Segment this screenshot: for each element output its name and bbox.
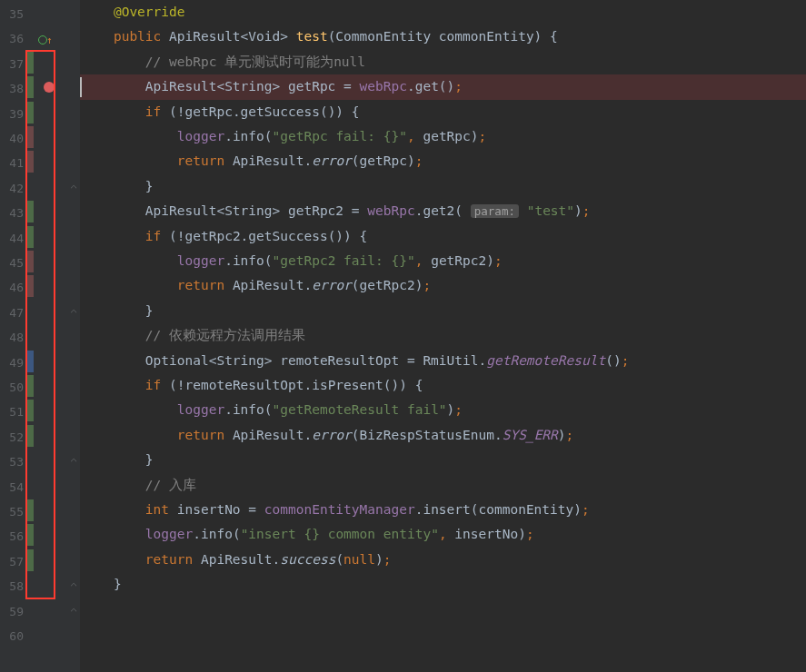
code-line[interactable]: // webRpc 单元测试时可能为null <box>80 50 806 74</box>
token <box>82 229 145 243</box>
code-line[interactable] <box>80 598 806 622</box>
line-number: 54 <box>2 475 24 499</box>
code-line[interactable]: } <box>80 572 806 597</box>
code-line[interactable]: // 依赖远程方法调用结果 <box>80 323 806 348</box>
token: error <box>312 428 352 442</box>
fold-toggle-icon[interactable]: ⌵ <box>69 574 78 598</box>
code-line[interactable]: return ApiResult.error(getRpc2); <box>80 273 806 298</box>
token <box>82 54 145 69</box>
token: return <box>177 278 233 292</box>
diff-marker-green[interactable] <box>26 524 34 546</box>
line-number: 41 <box>2 151 24 175</box>
line-number: 53 <box>2 450 24 474</box>
token: int <box>145 502 177 517</box>
code-line[interactable]: ApiResult<String> getRpc2 = webRpc.get2(… <box>80 199 806 223</box>
fold-toggle-icon[interactable]: ⌵ <box>69 176 78 201</box>
diff-marker-green[interactable] <box>26 400 34 421</box>
diff-marker-green[interactable] <box>26 549 34 571</box>
token: ( <box>335 552 343 567</box>
code-line[interactable]: if (!getRpc2.getSuccess()) { <box>80 224 806 249</box>
diff-marker-green[interactable] <box>26 52 34 74</box>
code-line[interactable]: logger.info("getRpc2 fail: {}", getRpc2)… <box>80 249 806 273</box>
override-icon[interactable]: ↑ <box>38 28 54 53</box>
code-line[interactable]: return ApiResult.success(null); <box>80 548 806 572</box>
code-area[interactable]: @Override public ApiResult<Void> test(Co… <box>80 0 806 672</box>
diff-marker-green[interactable] <box>26 76 34 98</box>
token: null <box>343 552 375 567</box>
token: insertNo) <box>454 527 526 541</box>
token <box>82 253 177 268</box>
code-line[interactable]: logger.info("insert {} common entity", i… <box>80 522 806 547</box>
token: SYS_ERR <box>503 428 558 442</box>
code-line[interactable]: logger.info("getRpc fail: {}", getRpc); <box>80 124 806 149</box>
token: (BizRespStatusEnum. <box>352 428 503 442</box>
diff-marker-blue[interactable] <box>26 351 34 372</box>
code-line[interactable]: int insertNo = commonEntityManager.inser… <box>80 498 806 522</box>
line-number: 43 <box>2 201 24 225</box>
code-line[interactable]: return ApiResult.error(BizRespStatusEnum… <box>80 423 806 448</box>
code-line[interactable]: if (!remoteResultOpt.isPresent()) { <box>80 373 806 398</box>
token <box>82 502 145 517</box>
token: ; <box>423 278 431 292</box>
line-number: 36 <box>2 26 24 51</box>
token: logger <box>177 402 224 417</box>
code-line[interactable]: return ApiResult.error(getRpc); <box>80 149 806 173</box>
token: logger <box>145 527 193 541</box>
fold-toggle-icon[interactable]: ⌵ <box>69 301 78 325</box>
fold-toggle-icon[interactable]: ⌵ <box>69 450 78 474</box>
line-number: 52 <box>2 425 24 450</box>
diff-marker-green[interactable] <box>26 499 34 521</box>
token: } <box>82 303 154 318</box>
token: , <box>415 253 431 268</box>
line-number: 42 <box>2 176 24 201</box>
token: if <box>145 378 169 392</box>
token: if <box>145 104 169 119</box>
token <box>82 328 145 342</box>
token: ; <box>566 428 574 442</box>
token: .info( <box>224 253 272 268</box>
token: @Override <box>114 5 185 19</box>
token: logger <box>177 129 224 143</box>
token <box>82 153 177 168</box>
token <box>82 527 145 541</box>
code-line[interactable]: // 入库 <box>80 473 806 498</box>
line-number: 40 <box>2 126 24 151</box>
breakpoint-icon[interactable] <box>44 82 55 93</box>
token: // 依赖远程方法调用结果 <box>145 328 305 342</box>
token: , <box>439 527 454 541</box>
diff-marker-green[interactable] <box>26 425 34 447</box>
line-number: 60 <box>2 624 24 648</box>
diff-marker-green[interactable] <box>26 201 34 222</box>
code-line[interactable]: ApiResult<String> getRpc = webRpc.get(); <box>80 74 806 99</box>
code-line[interactable] <box>80 622 806 647</box>
diff-marker-red[interactable] <box>26 151 34 173</box>
diff-marker-red[interactable] <box>26 126 34 148</box>
code-line[interactable]: Optional<String> remoteResultOpt = RmiUt… <box>80 349 806 373</box>
diff-marker-green[interactable] <box>26 226 34 248</box>
token: getRpc2) <box>431 253 494 268</box>
token: ; <box>494 253 503 268</box>
diff-marker-red[interactable] <box>26 251 34 272</box>
code-line[interactable]: } <box>80 174 806 199</box>
line-number: 44 <box>2 226 24 251</box>
gutter[interactable]: 3536373839404142434445464748495051525354… <box>0 0 80 672</box>
code-line[interactable]: logger.info("getRemoteResult fail"); <box>80 398 806 422</box>
code-line[interactable]: public ApiResult<Void> test(CommonEntity… <box>80 25 806 49</box>
code-line[interactable]: } <box>80 299 806 323</box>
token: (!getRpc.getSuccess()) { <box>169 104 360 119</box>
code-line[interactable]: @Override <box>80 0 806 25</box>
token: "getRpc fail: {}" <box>273 129 407 143</box>
diff-marker-green[interactable] <box>26 102 34 124</box>
token: return <box>145 552 201 567</box>
fold-toggle-icon[interactable]: ⌵ <box>69 599 78 624</box>
line-number: 46 <box>2 275 24 300</box>
token: "getRemoteResult fail" <box>273 402 447 417</box>
code-line[interactable]: if (!getRpc.getSuccess()) { <box>80 100 806 124</box>
token: ApiResult. <box>233 428 312 442</box>
code-line[interactable]: } <box>80 448 806 472</box>
line-number: 55 <box>2 499 24 524</box>
token: Optional<String> remoteResultOpt = RmiUt… <box>82 353 486 368</box>
token: .insert(commonEntity) <box>415 502 582 517</box>
diff-marker-red[interactable] <box>26 275 34 297</box>
diff-marker-green[interactable] <box>26 375 34 397</box>
